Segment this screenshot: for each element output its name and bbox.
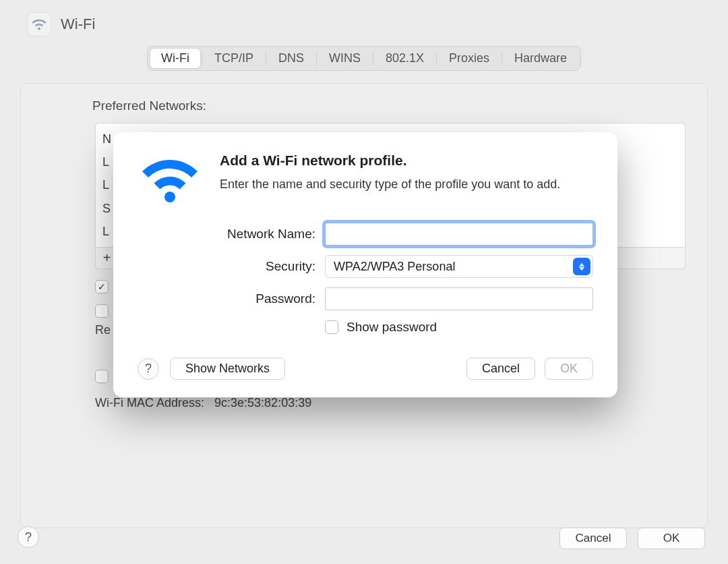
security-value: WPA2/WPA3 Personal [334, 260, 455, 274]
password-label: Password: [138, 291, 325, 306]
wifi-icon [138, 152, 202, 204]
sheet-footer: ? Show Networks Cancel OK [138, 358, 593, 380]
password-input[interactable] [325, 287, 593, 310]
sheet-title: Add a Wi-Fi network profile. [220, 152, 560, 169]
add-wifi-profile-sheet: Add a Wi-Fi network profile. Enter the n… [113, 132, 617, 397]
sheet-help-button[interactable]: ? [138, 358, 159, 380]
sheet-subtitle: Enter the name and security type of the … [220, 175, 560, 193]
show-networks-button[interactable]: Show Networks [170, 358, 285, 380]
chevrons-icon [573, 258, 590, 275]
sheet-ok-button[interactable]: OK [545, 358, 593, 380]
show-password-checkbox[interactable] [325, 320, 338, 334]
sheet-form: Network Name: Security: WPA2/WPA3 Person… [138, 223, 593, 335]
security-label: Security: [138, 259, 325, 274]
network-name-label: Network Name: [138, 227, 325, 242]
sheet-cancel-button[interactable]: Cancel [466, 358, 535, 380]
show-password-row[interactable]: Show password [325, 320, 593, 335]
security-select[interactable]: WPA2/WPA3 Personal [325, 255, 593, 278]
network-name-input[interactable] [325, 223, 593, 246]
show-password-label: Show password [346, 320, 437, 335]
